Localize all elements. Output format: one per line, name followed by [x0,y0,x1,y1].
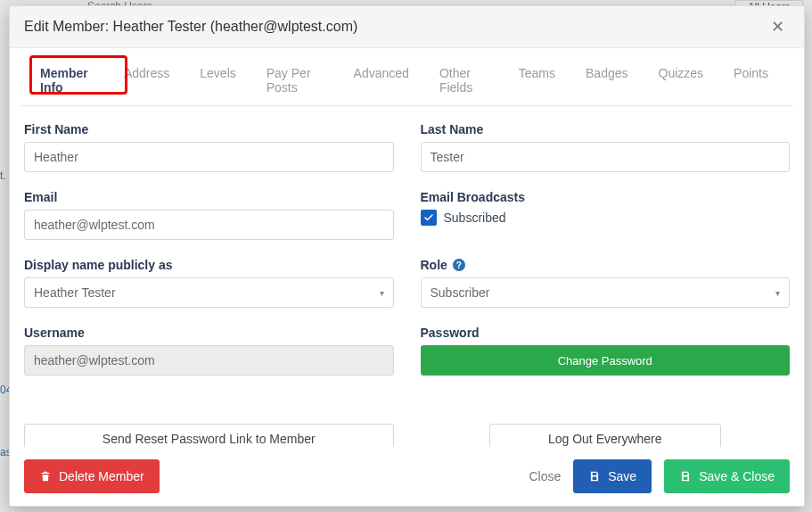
field-display-name: Display name publicly as Heather Tester … [24,258,394,308]
role-value: Subscriber [431,285,490,300]
modal-header: Edit Member: Heather Tester (heather@wlp… [10,6,804,48]
label-role: Role [421,258,447,272]
modal-body: First Name Last Name Email Email Broadca… [10,106,804,447]
send-reset-button[interactable]: Send Reset Password Link to Member [24,424,394,447]
chevron-down-icon: ▾ [775,288,780,298]
tab-address[interactable]: Address [111,57,182,105]
display-name-value: Heather Tester [34,285,116,300]
last-name-input[interactable] [421,142,791,172]
field-last-name: Last Name [421,122,791,172]
edit-member-modal: Edit Member: Heather Tester (heather@wlp… [9,5,805,507]
change-password-button[interactable]: Change Password [421,345,791,376]
email-input[interactable] [24,210,394,240]
label-email-broadcasts: Email Broadcasts [421,190,791,204]
check-icon [423,212,434,223]
label-last-name: Last Name [421,122,791,136]
tab-member-info[interactable]: Member Info [28,57,106,105]
tab-pay-per-posts[interactable]: Pay Per Posts [254,57,336,105]
field-username: Username [24,326,394,376]
role-select[interactable]: Subscriber ▾ [421,277,791,308]
save-close-label: Save & Close [699,469,775,483]
close-icon[interactable]: ✕ [766,15,790,38]
send-reset-label: Send Reset Password Link to Member [103,432,316,446]
delete-member-label: Delete Member [59,469,144,483]
save-close-button[interactable]: Save & Close [664,459,790,493]
trash-icon [39,470,52,483]
save-icon [588,470,601,483]
label-password: Password [421,326,791,340]
delete-member-button[interactable]: Delete Member [24,459,160,493]
modal-title: Edit Member: Heather Tester (heather@wlp… [24,19,357,35]
label-username: Username [24,326,394,340]
field-password: Password Change Password [421,326,791,376]
label-display-name: Display name publicly as [24,258,394,272]
field-role: Role ? Subscriber ▾ [421,258,791,308]
tab-quizzes[interactable]: Quizzes [646,57,717,105]
field-first-name: First Name [24,122,394,172]
username-input [24,345,394,376]
subscribed-checkbox[interactable] [421,210,437,226]
modal-footer: Delete Member Close Save Save & Close [10,447,804,506]
tab-teams[interactable]: Teams [506,57,568,105]
tab-other-fields[interactable]: Other Fields [427,57,501,105]
field-email: Email [24,190,394,240]
logout-everywhere-label: Log Out Everywhere [548,432,662,446]
first-name-input[interactable] [24,142,394,172]
help-icon[interactable]: ? [453,259,465,271]
save-label: Save [608,469,636,483]
bg-fragment: t. [0,169,6,182]
tab-advanced[interactable]: Advanced [341,57,422,105]
save-icon [679,470,692,483]
label-first-name: First Name [24,122,394,136]
tab-badges[interactable]: Badges [573,57,640,105]
chevron-down-icon: ▾ [380,288,384,298]
change-password-label: Change Password [558,354,652,367]
subscribed-label: Subscribed [444,211,506,225]
field-email-broadcasts: Email Broadcasts Subscribed [421,190,791,240]
save-button[interactable]: Save [573,459,652,493]
tab-bar: Member Info Address Levels Pay Per Posts… [21,57,793,106]
close-link[interactable]: Close [529,469,561,483]
tab-points[interactable]: Points [721,57,781,105]
tab-levels[interactable]: Levels [187,57,248,105]
display-name-select[interactable]: Heather Tester ▾ [24,277,394,308]
label-email: Email [24,190,394,204]
logout-everywhere-button[interactable]: Log Out Everywhere [489,424,721,447]
